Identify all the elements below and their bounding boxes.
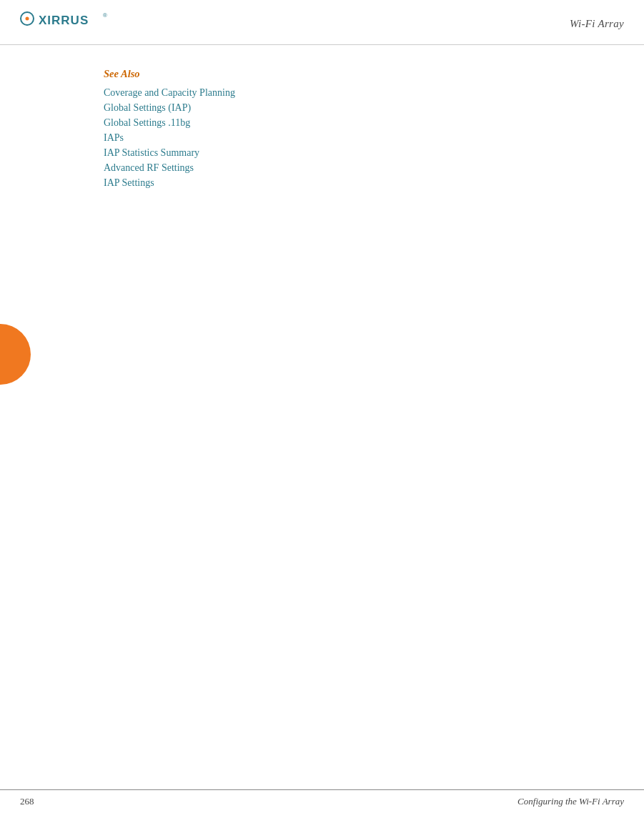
list-item: Advanced RF Settings (104, 161, 624, 174)
list-item: IAP Settings (104, 176, 624, 189)
coverage-capacity-planning-link[interactable]: Coverage and Capacity Planning (104, 87, 235, 98)
xirrus-logo: XIRRUS ® (20, 10, 113, 37)
iap-statistics-summary-link[interactable]: IAP Statistics Summary (104, 147, 199, 158)
svg-point-1 (26, 17, 29, 21)
main-content: See Also Coverage and Capacity Planning … (0, 45, 644, 211)
page-header: XIRRUS ® Wi-Fi Array (0, 0, 644, 45)
footer-page-number: 268 (20, 796, 34, 807)
svg-text:XIRRUS: XIRRUS (39, 14, 89, 27)
iap-settings-link[interactable]: IAP Settings (104, 177, 154, 188)
global-settings-11bg-link[interactable]: Global Settings .11bg (104, 117, 190, 128)
logo-container: XIRRUS ® (20, 10, 113, 37)
svg-text:®: ® (103, 12, 107, 19)
list-item: IAPs (104, 131, 624, 144)
advanced-rf-settings-link[interactable]: Advanced RF Settings (104, 162, 194, 173)
list-item: Coverage and Capacity Planning (104, 86, 624, 99)
iaps-link[interactable]: IAPs (104, 132, 124, 143)
header-title: Wi-Fi Array (570, 18, 624, 30)
list-item: Global Settings (IAP) (104, 101, 624, 114)
list-item: Global Settings .11bg (104, 116, 624, 129)
see-also-label: See Also (104, 68, 624, 80)
see-also-links-list: Coverage and Capacity Planning Global Se… (104, 86, 624, 189)
orange-circle-decoration (0, 324, 31, 385)
page-footer: 268 Configuring the Wi-Fi Array (0, 789, 644, 813)
list-item: IAP Statistics Summary (104, 146, 624, 159)
footer-description: Configuring the Wi-Fi Array (517, 796, 624, 807)
global-settings-iap-link[interactable]: Global Settings (IAP) (104, 102, 191, 113)
